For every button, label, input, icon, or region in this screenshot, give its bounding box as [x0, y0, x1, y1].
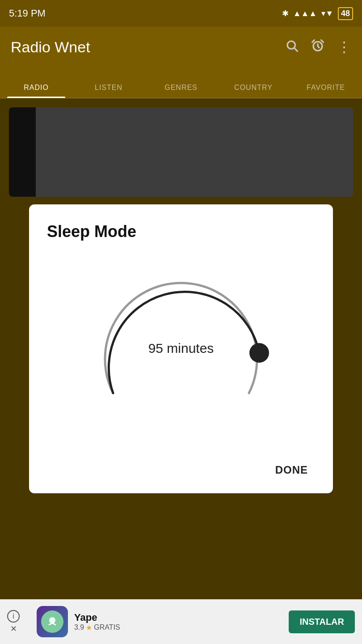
ad-app-name: Yape [74, 612, 282, 623]
main-content: Sleep Mode 95 m [0, 98, 362, 599]
rating-value: 3.9 [74, 623, 84, 631]
battery-indicator: 48 [338, 7, 353, 20]
signal-icon: ▲▲▲ [293, 9, 317, 18]
sleep-mode-dialog: Sleep Mode 95 m [29, 204, 333, 493]
bluetooth-icon: ✱ [282, 8, 289, 18]
search-icon[interactable] [285, 39, 299, 55]
dial-center-text: 95 minutes [148, 341, 214, 356]
svg-point-3 [249, 343, 269, 363]
svg-point-4 [49, 617, 55, 623]
header-actions: ⋮ [285, 38, 351, 55]
status-icons: ✱ ▲▲▲ ▾▼ 48 [282, 7, 353, 20]
tabs-bar: RADIO LISTEN GENRES COUNTRY FAVORITE [0, 67, 362, 98]
app-title: Radio Wnet [11, 38, 90, 56]
wifi-icon: ▾▼ [321, 8, 333, 18]
slider-container[interactable]: 95 minutes [47, 254, 315, 442]
status-time: 5:19 PM [9, 8, 46, 19]
app-header: Radio Wnet ⋮ [0, 27, 362, 67]
dialog-footer: DONE [47, 456, 315, 480]
svg-line-1 [295, 48, 298, 51]
ad-gratis-label: GRATIS [94, 623, 120, 631]
ad-app-logo [41, 610, 63, 633]
star-icon: ★ [86, 623, 92, 632]
tab-radio[interactable]: RADIO [0, 84, 72, 98]
status-bar: 5:19 PM ✱ ▲▲▲ ▾▼ 48 [0, 0, 362, 27]
tab-favorite[interactable]: FAVORITE [290, 84, 362, 98]
install-button[interactable]: INSTALAR [289, 610, 355, 633]
close-icon: ✕ [10, 624, 17, 634]
info-icon: i [13, 612, 14, 620]
tab-genres[interactable]: GENRES [145, 84, 217, 98]
dialog-title: Sleep Mode [47, 222, 315, 241]
ad-banner: i ✕ Yape 3.9 ★ GRATIS INSTALAR [0, 599, 362, 644]
ad-text: Yape 3.9 ★ GRATIS [74, 612, 282, 632]
more-icon[interactable]: ⋮ [337, 38, 351, 55]
circular-dial[interactable]: 95 minutes [87, 254, 275, 442]
ad-app-rating: 3.9 ★ GRATIS [74, 623, 282, 632]
ad-info-icon[interactable]: i [7, 610, 20, 623]
tab-country[interactable]: COUNTRY [217, 84, 290, 98]
ad-close-icon[interactable]: ✕ [9, 624, 18, 633]
ad-app-icon [37, 606, 68, 637]
tab-listen[interactable]: LISTEN [72, 84, 145, 98]
done-button[interactable]: DONE [268, 460, 315, 480]
alarm-icon[interactable] [311, 39, 324, 55]
